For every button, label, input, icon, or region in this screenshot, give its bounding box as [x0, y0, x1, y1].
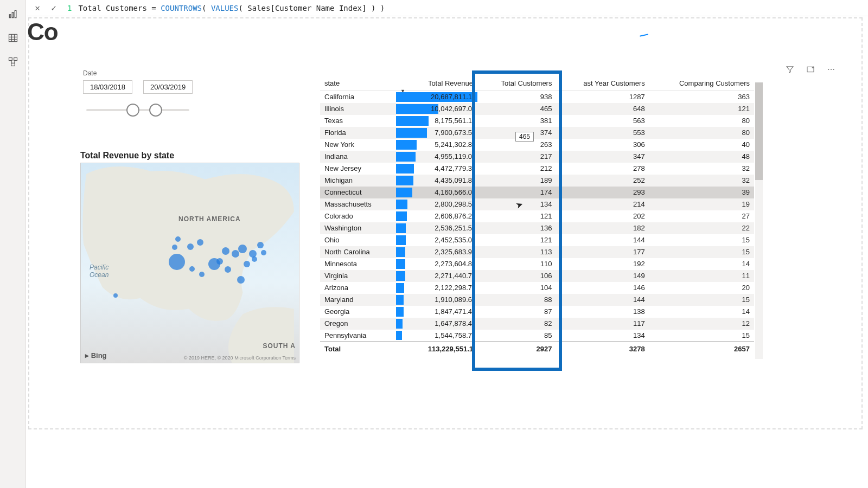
col-header-total-customers[interactable]: Total Customers [477, 76, 556, 91]
table-row[interactable]: New York5,241,302.826330640 [320, 139, 754, 151]
map-bubble[interactable] [175, 236, 181, 242]
cell-revenue: 2,325,683.9 [396, 246, 477, 258]
map-bubble[interactable] [199, 272, 205, 277]
cell-total-customers: 465 [477, 103, 556, 115]
table-row[interactable]: Connecticut4,160,566.017429339 [320, 187, 754, 198]
formula-input[interactable]: Total Customers = COUNTROWS( VALUES( Sal… [75, 4, 868, 12]
date-slicer: Date 18/03/2018 20/03/2019 [83, 69, 219, 120]
map-bubble[interactable] [187, 243, 194, 250]
map-visual-title: Total Revenue by state [80, 151, 174, 160]
table-row[interactable]: Minnesota2,273,604.811019214 [320, 258, 754, 270]
map-bubble[interactable] [169, 254, 185, 270]
cell-last-year-customers: 648 [556, 103, 649, 115]
cell-last-year-customers: 182 [556, 222, 649, 234]
map-bubble[interactable] [238, 245, 247, 253]
table-row[interactable]: Pennsylvania1,544,758.78513415 [320, 330, 754, 342]
table-row[interactable]: Oregon1,647,878.48211712 [320, 318, 754, 330]
cell-state: Virginia [320, 270, 396, 282]
date-end-input[interactable]: 20/03/2019 [143, 80, 193, 94]
map-basemap [81, 163, 299, 363]
table-row[interactable]: Florida7,900,673.537455380 [320, 127, 754, 139]
cell-revenue: 2,800,298.5 [396, 198, 477, 210]
table-visual[interactable]: state Total Revenue▼ Total Customers ast… [320, 76, 754, 356]
map-bubble[interactable] [237, 276, 245, 284]
visual-header-actions [786, 65, 835, 76]
cell-total-customers: 136 [477, 222, 556, 234]
view-switcher-rail [0, 0, 26, 488]
map-bubble[interactable] [232, 250, 239, 258]
table-scrollbar[interactable] [755, 82, 763, 359]
table-row[interactable]: Ohio2,452,535.012114415 [320, 234, 754, 246]
formula-cancel-button[interactable]: ✕ [29, 2, 46, 15]
svg-rect-13 [807, 67, 814, 72]
svg-line-11 [10, 61, 11, 63]
table-row[interactable]: North Carolina2,325,683.911317715 [320, 246, 754, 258]
map-visual[interactable]: NORTH AMERICA SOUTH A Pacific Ocean ▸ Bi… [80, 163, 299, 363]
map-bubble[interactable] [172, 245, 177, 250]
cell-comparing-customers: 15 [649, 294, 754, 306]
map-bubble[interactable] [244, 261, 250, 267]
cell-total-customers: 121 [477, 210, 556, 222]
map-bubble[interactable] [113, 293, 118, 298]
focus-mode-icon[interactable] [806, 65, 815, 76]
map-bubble[interactable] [189, 266, 195, 272]
map-bubble[interactable] [257, 242, 264, 248]
cell-comparing-customers: 22 [649, 222, 754, 234]
table-row[interactable]: Georgia1,847,471.48713814 [320, 306, 754, 318]
table-row[interactable]: Arizona2,122,298.710414620 [320, 282, 754, 294]
table-row[interactable]: Virginia2,271,440.710614911 [320, 270, 754, 282]
cell-last-year-customers: 347 [556, 151, 649, 163]
date-range-slider[interactable] [86, 100, 189, 120]
table-row[interactable]: New Jersey4,472,779.321227832 [320, 163, 754, 175]
decorative-stroke [627, 35, 659, 42]
map-bubble[interactable] [261, 250, 266, 255]
map-bubble[interactable] [222, 247, 229, 255]
map-bubble[interactable] [252, 256, 257, 262]
cell-state: Arizona [320, 282, 396, 294]
slider-handle-start[interactable] [126, 104, 139, 117]
table-row[interactable]: Washington2,536,251.513618222 [320, 222, 754, 234]
filter-icon[interactable] [786, 65, 794, 76]
cell-state: North Carolina [320, 246, 396, 258]
table-row[interactable]: Texas8,175,561.138156380 [320, 115, 754, 127]
close-icon: ✕ [35, 3, 40, 13]
col-header-last-year-customers[interactable]: ast Year Customers [556, 76, 649, 91]
slider-handle-end[interactable] [149, 104, 162, 117]
table-row[interactable]: Illinois10,042,697.0465648121 [320, 103, 754, 115]
cell-revenue: 4,160,566.0 [396, 187, 477, 198]
cell-revenue: 2,606,876.2 [396, 210, 477, 222]
more-options-icon[interactable] [827, 65, 835, 76]
table-row[interactable]: Michigan4,435,091.818925232 [320, 175, 754, 187]
model-view-button[interactable] [1, 50, 25, 74]
table-row[interactable]: Indiana4,955,119.021734748 [320, 151, 754, 163]
cell-total-customers: 938 [477, 91, 556, 103]
cell-last-year-customers: 202 [556, 210, 649, 222]
cell-total-customers: 82 [477, 318, 556, 330]
col-header-total-revenue[interactable]: Total Revenue▼ [396, 76, 477, 91]
cell-state: New Jersey [320, 163, 396, 175]
data-view-button[interactable] [1, 26, 25, 50]
table-row[interactable]: Massachusetts2,800,298.513421419 [320, 198, 754, 210]
cell-comparing-customers: 19 [649, 198, 754, 210]
map-bubble[interactable] [197, 239, 203, 246]
cell-state: Connecticut [320, 187, 396, 198]
map-bubble[interactable] [216, 258, 223, 265]
scrollbar-thumb[interactable] [755, 82, 763, 180]
report-view-button[interactable] [1, 2, 25, 26]
cell-revenue: 2,273,604.8 [396, 258, 477, 270]
svg-point-15 [831, 69, 832, 70]
cell-last-year-customers: 138 [556, 306, 649, 318]
date-start-input[interactable]: 18/03/2018 [83, 80, 132, 94]
cell-state: Washington [320, 222, 396, 234]
table-row[interactable]: Colorado2,606,876.212120227 [320, 210, 754, 222]
table-row[interactable]: Maryland1,910,089.68814415 [320, 294, 754, 306]
cell-revenue: 2,452,535.0 [396, 234, 477, 246]
cell-comparing-customers: 32 [649, 175, 754, 187]
cell-comparing-customers: 39 [649, 187, 754, 198]
cell-comparing-customers: 11 [649, 270, 754, 282]
table-row[interactable]: California20,687,811.19381287363 [320, 91, 754, 103]
map-bubble[interactable] [225, 266, 231, 273]
col-header-comparing-customers[interactable]: Comparing Customers [649, 76, 754, 91]
formula-commit-button[interactable]: ✓ [46, 2, 62, 15]
col-header-state[interactable]: state [320, 76, 396, 91]
